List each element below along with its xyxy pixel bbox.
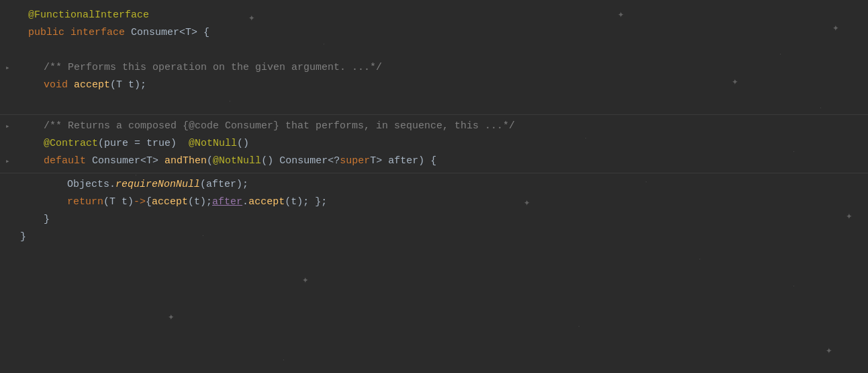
token-andthen-open: (: [207, 153, 213, 169]
token-close-andthen: }: [44, 212, 50, 228]
token-contract-value: (pure = true): [98, 136, 189, 152]
code-line-13: }: [0, 229, 868, 246]
token-space: [64, 25, 70, 41]
token-notnull-2-parens: () Consumer<?: [261, 153, 340, 169]
token-method-accept3: accept: [248, 194, 285, 210]
token-class-name: Consumer<T> {: [125, 25, 209, 41]
token-comment-performs: /** Performs this operation on the given…: [44, 60, 382, 76]
token-keyword-default: default: [44, 153, 86, 169]
token-lambda-open: {: [146, 194, 152, 210]
token-notnull-2: @NotNull: [213, 153, 261, 169]
code-line-10: Objects. requireNonNull (after);: [0, 176, 868, 194]
fold-icon-9[interactable]: ▸: [5, 156, 13, 168]
token-keyword-super: super: [340, 153, 370, 169]
token-method-requirenonnull: requireNonNull: [115, 177, 200, 193]
token-return-open: (T t): [103, 194, 134, 210]
token-contract: @Contract: [44, 136, 98, 152]
token-keyword-public: public: [28, 25, 64, 41]
code-editor: @FunctionalInterface public interface Co…: [0, 0, 868, 373]
code-line-11: return (T t) -> { accept (t); after . ac…: [0, 194, 868, 211]
code-line-2: public interface Consumer<T> {: [0, 24, 868, 42]
code-line-7: ▸ /** Returns a composed {@code Consumer…: [0, 118, 868, 135]
token-method-andthen: andThen: [164, 153, 207, 169]
token-requirenonnull-args: (after);: [200, 177, 248, 193]
code-line-8: @Contract (pure = true) @NotNull (): [0, 135, 868, 153]
token-params-accept: (T t);: [110, 77, 146, 93]
token-accept2-args: (t);: [188, 194, 212, 210]
code-line-5: void accept (T t);: [0, 77, 868, 94]
code-line-6: [0, 94, 868, 112]
token-dot: .: [242, 194, 248, 210]
fold-icon-7[interactable]: ▸: [5, 121, 13, 133]
divider-2: [0, 173, 868, 173]
code-line-12: }: [0, 211, 868, 229]
token-consumer-type: Consumer<T>: [92, 153, 158, 169]
token-keyword-void: void: [44, 77, 68, 93]
token-after-param: T> after) {: [370, 153, 436, 169]
token-accept3-args: (t); };: [285, 194, 327, 210]
code-line-4: ▸ /** Performs this operation on the giv…: [0, 59, 868, 77]
token-after-var: after: [212, 194, 242, 210]
token-comment-returns: /** Returns a composed {@code Consumer} …: [44, 118, 515, 134]
token-close-interface: }: [20, 229, 26, 245]
token-objects: Objects.: [67, 177, 115, 193]
token-annotation: @FunctionalInterface: [28, 7, 149, 24]
divider-1: [0, 114, 868, 115]
token-keyword-return: return: [67, 194, 103, 210]
fold-icon-4[interactable]: ▸: [5, 63, 13, 75]
token-keyword-interface: interface: [70, 25, 125, 41]
token-method-accept: accept: [74, 77, 110, 93]
token-method-accept2: accept: [152, 194, 188, 210]
token-notnull-1: @NotNull: [189, 136, 237, 152]
token-notnull-parens: (): [237, 136, 249, 152]
code-line-3: [0, 42, 868, 59]
code-line-9: ▸ default Consumer<T> andThen ( @NotNull…: [0, 153, 868, 170]
code-line-1: @FunctionalInterface: [0, 7, 868, 24]
token-arrow: ->: [134, 194, 146, 210]
